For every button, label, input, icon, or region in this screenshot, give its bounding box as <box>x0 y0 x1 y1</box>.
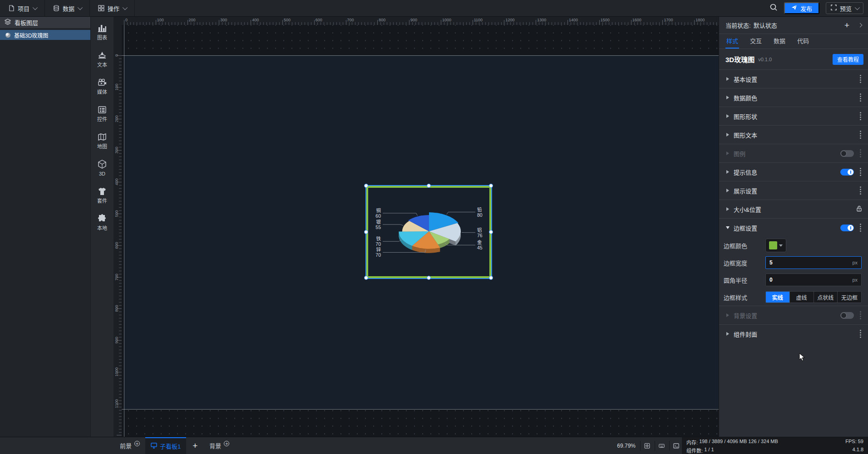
section-legend[interactable]: 图例 <box>719 144 868 162</box>
resize-handle-s[interactable] <box>427 276 431 280</box>
section-display-settings[interactable]: 展示设置 <box>719 181 868 200</box>
section-data-colors[interactable]: 数据颜色 <box>719 88 868 107</box>
subboard-tab[interactable]: 子看板1 <box>145 437 186 454</box>
toolbox-item-3d[interactable]: 3D <box>91 159 114 186</box>
toolbox-item-map[interactable]: 地图 <box>91 132 114 159</box>
preview-button[interactable]: 预览 <box>826 2 863 14</box>
resize-handle-e[interactable] <box>489 230 493 234</box>
tab-data[interactable]: 数据 <box>774 36 785 49</box>
kebab-menu-icon[interactable] <box>858 329 863 339</box>
terminal-icon[interactable] <box>669 441 679 451</box>
border-toggle[interactable] <box>840 225 854 231</box>
kebab-menu-icon[interactable] <box>858 148 863 158</box>
design-canvas[interactable]: 0100200300400500600700800900100011001200… <box>113 17 719 437</box>
component-selection-box[interactable] <box>366 186 491 278</box>
menu-data[interactable]: 数据 <box>45 0 90 17</box>
border-color-picker[interactable] <box>765 239 786 252</box>
section-tooltip[interactable]: 提示信息 <box>719 162 868 181</box>
tooltip-toggle[interactable] <box>840 169 854 176</box>
resize-handle-nw[interactable] <box>364 184 368 188</box>
kebab-menu-icon[interactable] <box>858 74 863 84</box>
legend-toggle[interactable] <box>840 150 854 157</box>
foreground-tab-group[interactable]: 前景 + <box>114 437 145 454</box>
background-tab-group[interactable]: 背景 + <box>204 437 235 454</box>
kebab-menu-icon[interactable] <box>858 223 863 233</box>
toolbox-item-text[interactable]: 文本 <box>91 50 114 78</box>
menu-project[interactable]: 项目 <box>0 0 45 17</box>
layer-item-rose-chart[interactable]: 基础3D玫瑰图 <box>0 30 90 40</box>
toolbox-item-controls[interactable]: 控件 <box>91 105 114 132</box>
border-style-dashed[interactable]: 虚线 <box>790 292 814 303</box>
ruler-number: 1600 <box>632 18 641 22</box>
section-title: 组件封面 <box>734 330 858 338</box>
background-toggle[interactable] <box>840 312 854 319</box>
search-icon[interactable] <box>769 3 778 13</box>
resize-handle-sw[interactable] <box>364 276 368 280</box>
cube-icon <box>97 159 107 169</box>
resize-handle-ne[interactable] <box>489 184 493 188</box>
kebab-menu-icon[interactable] <box>858 186 863 195</box>
grid-icon <box>98 5 104 11</box>
chevron-right-icon[interactable] <box>858 23 863 28</box>
preview-label: 预览 <box>840 4 852 13</box>
kebab-menu-icon[interactable] <box>858 111 863 121</box>
section-background-settings[interactable]: 背景设置 <box>719 306 868 324</box>
resize-handle-w[interactable] <box>364 230 368 234</box>
section-component-cover[interactable]: 组件封面 <box>719 324 868 343</box>
zoom-level[interactable]: 69.79% <box>617 443 636 449</box>
database-icon <box>53 5 59 11</box>
list-panel-icon <box>97 105 107 115</box>
border-style-none[interactable]: 无边框 <box>838 292 861 303</box>
add-state-icon[interactable]: + <box>844 21 849 29</box>
toolbox-item-kit[interactable]: 套件 <box>91 186 114 214</box>
chevron-down-icon <box>123 5 128 10</box>
add-foreground-icon[interactable]: + <box>134 441 140 446</box>
corner-radius-value: 0 <box>769 277 852 283</box>
ruler-number: 1200 <box>505 18 514 22</box>
version-value: 4.1.8 <box>853 447 863 454</box>
toolbox-item-charts[interactable]: 图表 <box>91 23 114 50</box>
kebab-menu-icon[interactable] <box>858 93 863 103</box>
tab-interaction[interactable]: 交互 <box>750 36 762 49</box>
keyboard-icon[interactable] <box>655 441 665 451</box>
section-border-settings[interactable]: 边框设置 <box>719 218 868 237</box>
publish-button[interactable]: 发布 <box>784 2 819 14</box>
tab-code[interactable]: 代码 <box>797 36 809 49</box>
border-style-solid[interactable]: 实线 <box>766 292 790 303</box>
section-graphic-text[interactable]: 图形文本 <box>719 125 868 144</box>
tab-style[interactable]: 样式 <box>726 36 738 49</box>
corner-radius-input[interactable]: 0 px <box>765 273 862 286</box>
fit-screen-icon[interactable] <box>640 441 650 451</box>
resize-handle-se[interactable] <box>489 276 493 280</box>
add-background-icon[interactable]: + <box>224 441 229 446</box>
border-width-input[interactable]: 5 px <box>765 256 862 269</box>
tutorial-button[interactable]: 查看教程 <box>833 54 863 65</box>
menu-actions[interactable]: 操作 <box>90 0 135 17</box>
kebab-menu-icon[interactable] <box>858 310 863 320</box>
layers-panel: 看板图层 基础3D玫瑰图 <box>0 17 90 437</box>
ruler-number: 700 <box>347 18 354 22</box>
dropdown-arrow-icon <box>779 244 783 247</box>
unit-label: px <box>852 260 858 265</box>
field-border-color: 边框颜色 <box>719 237 868 254</box>
ruler-number: 1100 <box>474 18 483 22</box>
lock-icon[interactable] <box>856 205 863 214</box>
ruler-number: 200 <box>189 18 196 22</box>
section-basic-settings[interactable]: 基本设置 <box>719 69 868 88</box>
menu-data-label: 数据 <box>63 4 74 13</box>
state-value[interactable]: 默认状态 <box>754 21 777 29</box>
kebab-menu-icon[interactable] <box>858 167 863 177</box>
toolbox-item-local[interactable]: 本地 <box>91 214 114 241</box>
section-title: 图例 <box>734 149 840 158</box>
add-board-button[interactable]: + <box>186 437 204 454</box>
section-shape[interactable]: 图形形状 <box>719 107 868 125</box>
border-style-dotted[interactable]: 点状线 <box>814 292 838 303</box>
field-border-width: 边框宽度 5 px <box>719 254 868 271</box>
border-style-segmented: 实线 虚线 点状线 无边框 <box>765 291 862 303</box>
toolbox-item-media[interactable]: 媒体 <box>91 78 114 105</box>
section-size-position[interactable]: 大小&位置 <box>719 200 868 218</box>
resize-handle-n[interactable] <box>427 184 431 188</box>
vertical-ruler: 010020030040050060070080090010001100 <box>113 17 122 437</box>
ruler-number: 1400 <box>569 18 578 22</box>
kebab-menu-icon[interactable] <box>858 130 863 140</box>
